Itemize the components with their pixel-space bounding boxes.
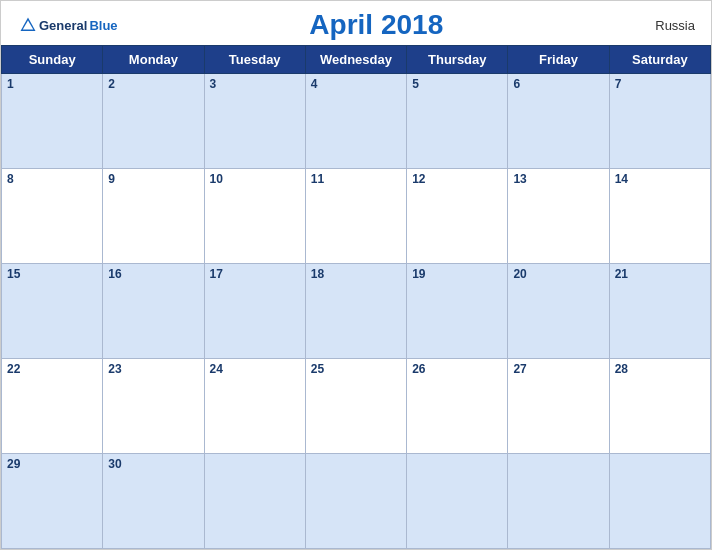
calendar-day-cell xyxy=(407,454,508,549)
date-number: 23 xyxy=(108,362,198,376)
date-number: 29 xyxy=(7,457,97,471)
date-number: 1 xyxy=(7,77,97,91)
calendar-day-cell: 29 xyxy=(2,454,103,549)
date-number: 6 xyxy=(513,77,603,91)
date-number: 26 xyxy=(412,362,502,376)
logo-area: General Blue xyxy=(17,16,118,34)
calendar-day-cell xyxy=(508,454,609,549)
calendar-week-row: 891011121314 xyxy=(2,169,711,264)
date-number: 21 xyxy=(615,267,705,281)
date-number: 22 xyxy=(7,362,97,376)
calendar-day-cell: 21 xyxy=(609,264,710,359)
calendar-day-cell: 3 xyxy=(204,74,305,169)
calendar-day-cell: 25 xyxy=(305,359,406,454)
calendar-day-cell: 8 xyxy=(2,169,103,264)
calendar-day-cell: 27 xyxy=(508,359,609,454)
logo-general-text: General xyxy=(39,18,87,33)
header-saturday: Saturday xyxy=(609,46,710,74)
date-number: 25 xyxy=(311,362,401,376)
calendar-day-cell: 9 xyxy=(103,169,204,264)
calendar-title: April 2018 xyxy=(118,9,635,41)
date-number: 27 xyxy=(513,362,603,376)
date-number: 9 xyxy=(108,172,198,186)
calendar-day-cell: 24 xyxy=(204,359,305,454)
date-number: 10 xyxy=(210,172,300,186)
calendar-day-cell xyxy=(609,454,710,549)
calendar-day-cell: 14 xyxy=(609,169,710,264)
date-number: 20 xyxy=(513,267,603,281)
date-number: 2 xyxy=(108,77,198,91)
calendar-body: 1234567891011121314151617181920212223242… xyxy=(2,74,711,549)
calendar-day-cell: 18 xyxy=(305,264,406,359)
calendar-day-cell: 11 xyxy=(305,169,406,264)
date-number: 13 xyxy=(513,172,603,186)
logo-icon xyxy=(19,16,37,34)
calendar-table: Sunday Monday Tuesday Wednesday Thursday… xyxy=(1,45,711,549)
date-number: 19 xyxy=(412,267,502,281)
calendar-day-cell: 12 xyxy=(407,169,508,264)
header-friday: Friday xyxy=(508,46,609,74)
logo-text: General Blue xyxy=(17,16,118,34)
header-sunday: Sunday xyxy=(2,46,103,74)
calendar-day-cell: 5 xyxy=(407,74,508,169)
calendar-day-cell: 17 xyxy=(204,264,305,359)
date-number: 14 xyxy=(615,172,705,186)
calendar-day-cell: 1 xyxy=(2,74,103,169)
calendar-day-cell: 15 xyxy=(2,264,103,359)
date-number: 17 xyxy=(210,267,300,281)
calendar-day-cell xyxy=(204,454,305,549)
calendar-day-cell: 23 xyxy=(103,359,204,454)
logo-blue-text: Blue xyxy=(89,18,117,33)
calendar-header: General Blue April 2018 Russia xyxy=(1,1,711,45)
calendar-day-cell: 19 xyxy=(407,264,508,359)
date-number: 18 xyxy=(311,267,401,281)
calendar-week-row: 2930 xyxy=(2,454,711,549)
day-header-row: Sunday Monday Tuesday Wednesday Thursday… xyxy=(2,46,711,74)
date-number: 4 xyxy=(311,77,401,91)
calendar-day-cell: 10 xyxy=(204,169,305,264)
calendar-week-row: 1234567 xyxy=(2,74,711,169)
calendar-day-cell: 6 xyxy=(508,74,609,169)
calendar-day-cell xyxy=(305,454,406,549)
date-number: 8 xyxy=(7,172,97,186)
country-label: Russia xyxy=(635,18,695,33)
date-number: 16 xyxy=(108,267,198,281)
date-number: 15 xyxy=(7,267,97,281)
date-number: 11 xyxy=(311,172,401,186)
calendar-week-row: 22232425262728 xyxy=(2,359,711,454)
calendar-wrapper: General Blue April 2018 Russia Sunday Mo… xyxy=(0,0,712,550)
calendar-day-cell: 30 xyxy=(103,454,204,549)
calendar-day-cell: 22 xyxy=(2,359,103,454)
calendar-day-cell: 7 xyxy=(609,74,710,169)
date-number: 24 xyxy=(210,362,300,376)
header-thursday: Thursday xyxy=(407,46,508,74)
calendar-day-cell: 26 xyxy=(407,359,508,454)
calendar-week-row: 15161718192021 xyxy=(2,264,711,359)
header-monday: Monday xyxy=(103,46,204,74)
calendar-day-cell: 2 xyxy=(103,74,204,169)
date-number: 30 xyxy=(108,457,198,471)
date-number: 7 xyxy=(615,77,705,91)
calendar-day-cell: 16 xyxy=(103,264,204,359)
calendar-day-cell: 28 xyxy=(609,359,710,454)
date-number: 12 xyxy=(412,172,502,186)
header-tuesday: Tuesday xyxy=(204,46,305,74)
date-number: 28 xyxy=(615,362,705,376)
calendar-day-cell: 4 xyxy=(305,74,406,169)
date-number: 3 xyxy=(210,77,300,91)
calendar-day-cell: 13 xyxy=(508,169,609,264)
date-number: 5 xyxy=(412,77,502,91)
calendar-day-cell: 20 xyxy=(508,264,609,359)
header-wednesday: Wednesday xyxy=(305,46,406,74)
